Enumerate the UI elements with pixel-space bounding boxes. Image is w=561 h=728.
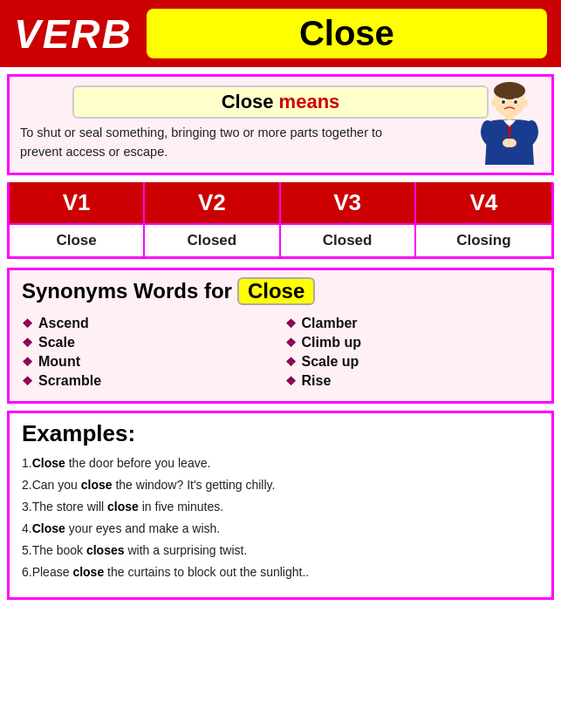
example-prefix: 6.Please [22, 565, 72, 579]
svg-point-10 [503, 139, 513, 147]
diamond-icon: ❖ [22, 316, 33, 330]
synonyms-section: Synonyms Words for Close ❖ Ascend ❖ Scal… [7, 268, 554, 404]
diamond-icon: ❖ [22, 336, 33, 350]
diamond-icon: ❖ [285, 355, 297, 369]
list-item: ❖ Ascend [22, 314, 277, 333]
means-section: Close means To shut or seal something, b… [7, 74, 554, 175]
means-title-box: Close means [72, 85, 489, 119]
synonyms-left-col: ❖ Ascend ❖ Scale ❖ Mount ❖ Scramble [22, 314, 277, 391]
example-bold-word: Close [32, 456, 65, 470]
svg-point-2 [491, 99, 496, 106]
v1-value: Close [10, 225, 145, 256]
example-bold-word: closes [86, 543, 125, 557]
example-rest: the curtains to block out the sunlight.. [104, 565, 309, 579]
diamond-icon: ❖ [22, 374, 33, 388]
svg-point-6 [502, 100, 505, 104]
header-bar: VERB Close [0, 0, 561, 67]
example-rest: your eyes and make a wish. [65, 521, 220, 535]
example-prefix: 5.The book [22, 543, 86, 557]
list-item: 6.Please close the curtains to block out… [22, 563, 539, 582]
synonyms-right-col: ❖ Clamber ❖ Climb up ❖ Scale up ❖ Rise [285, 314, 540, 391]
example-rest: in five minutes. [139, 500, 223, 514]
diamond-icon: ❖ [22, 355, 33, 369]
diamond-icon: ❖ [285, 336, 297, 350]
synonyms-highlight-word: Close [237, 277, 315, 305]
diamond-icon: ❖ [285, 374, 297, 388]
example-rest: the window? It's getting chilly. [113, 478, 276, 492]
example-bold-word: close [107, 500, 139, 514]
example-rest: the door before you leave. [65, 456, 211, 470]
example-prefix: 1. [22, 456, 32, 470]
examples-title: Examples: [22, 420, 539, 447]
character-svg [475, 82, 544, 169]
examples-list: 1.Close the door before you leave.2.Can … [22, 454, 539, 582]
example-rest: with a surprising twist. [125, 543, 248, 557]
list-item: 3.The store will close in five minutes. [22, 498, 539, 516]
list-item: ❖ Scale [22, 333, 277, 352]
list-item: ❖ Climb up [285, 333, 540, 352]
header-word: Close [147, 9, 547, 58]
synonym-text: Ascend [38, 316, 89, 331]
list-item: ❖ Scramble [22, 371, 277, 391]
v2-value: Closed [145, 225, 280, 256]
list-item: 4.Close your eyes and make a wish. [22, 520, 539, 538]
verb-forms-header: V1 V2 V3 V4 [10, 182, 551, 223]
synonyms-title: Synonyms Words for Close [22, 277, 539, 305]
verb-forms-section: V1 V2 V3 V4 Close Closed Closed Closing [7, 182, 554, 259]
example-bold-word: Close [32, 521, 65, 535]
diamond-icon: ❖ [285, 316, 297, 330]
synonym-text: Scale [38, 335, 75, 350]
verb-forms-row: Close Closed Closed Closing [10, 223, 551, 256]
example-bold-word: close [72, 565, 104, 579]
example-prefix: 3.The store will [22, 500, 107, 514]
synonym-text: Mount [38, 354, 80, 370]
examples-section: Examples: 1.Close the door before you le… [7, 411, 554, 600]
synonyms-title-text: Synonyms Words for [22, 279, 232, 303]
example-prefix: 4. [22, 521, 32, 535]
v3-value: Closed [281, 225, 416, 256]
list-item: ❖ Clamber [285, 314, 540, 333]
list-item: 1.Close the door before you leave. [22, 454, 539, 473]
list-item: ❖ Mount [22, 352, 277, 371]
svg-point-7 [514, 100, 517, 104]
synonym-text: Scramble [38, 373, 101, 389]
synonym-text: Climb up [302, 335, 361, 350]
v4-value: Closing [416, 225, 551, 256]
v4-header: V4 [416, 182, 551, 223]
list-item: ❖ Scale up [285, 352, 540, 371]
synonym-text: Scale up [302, 354, 359, 370]
character-illustration [475, 82, 544, 169]
v3-header: V3 [281, 182, 416, 223]
verb-label: VERB [14, 10, 133, 58]
means-title-word: Close [222, 91, 274, 113]
synonym-text: Rise [302, 373, 332, 389]
synonym-text: Clamber [302, 316, 358, 331]
list-item: 5.The book closes with a surprising twis… [22, 541, 539, 560]
synonyms-grid: ❖ Ascend ❖ Scale ❖ Mount ❖ Scramble ❖ Cl… [22, 314, 539, 391]
list-item: 2.Can you close the window? It's getting… [22, 476, 539, 494]
means-title-rest: means [279, 91, 340, 113]
v1-header: V1 [10, 182, 145, 223]
example-bold-word: close [81, 478, 113, 492]
svg-point-1 [494, 82, 525, 99]
example-prefix: 2.Can you [22, 478, 81, 492]
svg-point-3 [523, 99, 528, 106]
means-definition: To shut or seal something, bringing two … [20, 124, 411, 162]
v2-header: V2 [145, 182, 280, 223]
list-item: ❖ Rise [285, 371, 540, 391]
